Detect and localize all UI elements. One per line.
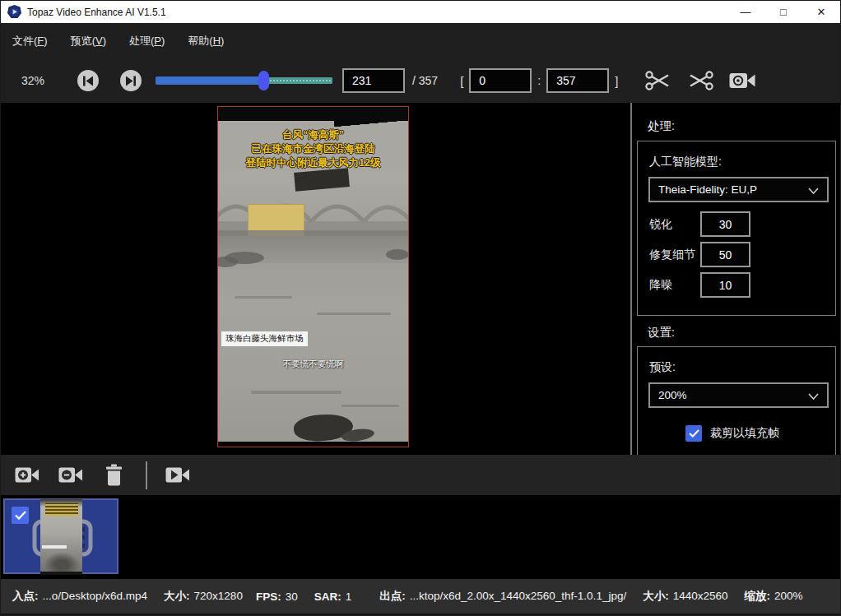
video-frame: 台风“海高斯” 已在珠海市金湾区沿海登陆 登陆时中心附近最大风力12级 珠海白藤…	[218, 107, 408, 447]
thumbnail-bottom-bar	[40, 572, 82, 575]
timeline-slider[interactable]	[156, 71, 332, 90]
video-thumbnail-tile[interactable]	[3, 498, 118, 574]
menu-preview-mnemonic: V	[95, 35, 103, 47]
video-top-bar	[218, 107, 408, 121]
video-overlay-title-line2: 已在珠海市金湾区沿海登陆	[218, 142, 408, 156]
status-output-size: 大小:1440x2560	[643, 589, 727, 604]
skip-to-start-button[interactable]	[77, 70, 99, 91]
camera-plus-icon	[15, 466, 39, 484]
app-logo-icon	[7, 5, 21, 19]
status-scale-value: 200%	[774, 590, 803, 602]
trim-start-input[interactable]	[469, 68, 532, 93]
sharpen-row: 锐化	[638, 211, 835, 237]
crop-to-fill-label: 裁剪以填充帧	[710, 426, 779, 441]
video-water-streak	[251, 391, 342, 394]
maximize-button[interactable]: □	[764, 1, 802, 23]
video-water-streak	[342, 405, 399, 407]
camera-eye-icon	[729, 72, 756, 90]
status-scale: 缩放:200%	[745, 589, 803, 604]
video-car-shape	[386, 249, 408, 260]
zoom-level: 32%	[21, 74, 54, 87]
status-sar-value: 1	[346, 591, 352, 603]
menu-preview[interactable]: 预览(V)	[71, 34, 106, 49]
status-output-size-value: 1440x2560	[673, 590, 728, 602]
status-out-point-label: 出点:	[379, 590, 406, 602]
restore-detail-row: 修复细节	[638, 242, 835, 267]
video-preview[interactable]: 台风“海高斯” 已在珠海市金湾区沿海登陆 登陆时中心附近最大风力12级 珠海白藤…	[217, 106, 409, 447]
clip-toolbar	[1, 455, 840, 495]
status-sar-label: SAR:	[314, 591, 342, 603]
video-car-shape	[218, 257, 238, 267]
menu-file[interactable]: 文件(F)	[12, 34, 48, 49]
status-output-size-label: 大小:	[643, 590, 669, 602]
remove-video-button[interactable]	[58, 466, 83, 484]
preset-value: 200%	[658, 389, 687, 401]
menu-file-text: 文件(	[12, 35, 37, 47]
status-in-point-value: ...o/Desktop/x6d.mp4	[43, 590, 148, 602]
status-fps-label: FPS:	[256, 591, 281, 603]
ai-model-dropdown[interactable]: Theia-Fidelity: EU,P	[648, 177, 829, 202]
window-title: Topaz Video Enhance AI V1.5.1	[27, 7, 166, 18]
thumbnail-label-text	[42, 545, 67, 549]
chevron-down-icon	[808, 393, 819, 400]
process-groupbox: 人工智能模型: Theia-Fidelity: EU,P 锐化 修复细节 降噪	[637, 141, 836, 316]
restore-detail-label: 修复细节	[649, 248, 700, 262]
toolbar-divider	[146, 461, 147, 489]
camera-minus-icon	[58, 466, 83, 484]
trim-in-button[interactable]	[645, 70, 671, 91]
trash-icon	[105, 464, 123, 486]
video-water-streak	[235, 296, 292, 299]
slider-thumb[interactable]	[258, 71, 269, 90]
video-bottom-bar	[218, 442, 408, 447]
crop-to-fill-checkbox[interactable]	[685, 425, 702, 442]
minimize-button[interactable]: —	[727, 1, 764, 23]
status-out-point-value: ...ktop/x6d_2.00x_1440x2560_thf-1.0.1_jp…	[410, 590, 626, 602]
thumbnail-debris	[44, 552, 80, 573]
menu-help-mnemonic: H	[213, 35, 221, 47]
status-out-point: 出点:...ktop/x6d_2.00x_1440x2560_thf-1.0.1…	[379, 589, 626, 604]
skip-to-end-icon	[125, 76, 137, 86]
menu-help[interactable]: 帮助(H)	[188, 34, 224, 49]
menu-process[interactable]: 处理(P)	[129, 34, 165, 49]
slider-track-dots	[263, 80, 331, 81]
preset-dropdown[interactable]: 200%	[648, 382, 829, 408]
slider-fill	[156, 76, 268, 85]
menu-preview-text: 预览(	[71, 35, 95, 47]
sharpen-label: 锐化	[649, 217, 700, 232]
video-water-streak	[317, 313, 391, 315]
add-video-button[interactable]	[15, 466, 39, 484]
trim-bracket-close: ]	[615, 74, 618, 88]
thumbnail-checkbox[interactable]	[12, 507, 29, 524]
sharpen-input[interactable]	[700, 211, 750, 237]
menu-help-text: 帮助(	[188, 35, 212, 47]
crop-to-fill-row: 裁剪以填充帧	[685, 425, 835, 442]
video-subtitle: 不要慌不要慌啊	[218, 359, 408, 370]
status-input-size-label: 大小:	[164, 590, 190, 602]
video-overlay-title-line1: 台风“海高斯”	[218, 128, 408, 142]
window-controls: — □ ✕	[727, 1, 840, 23]
process-video-button[interactable]	[165, 466, 190, 484]
delete-button[interactable]	[105, 464, 123, 486]
main-area: 台风“海高斯” 已在珠海市金湾区沿海登陆 登陆时中心附近最大风力12级 珠海白藤…	[1, 103, 840, 455]
menu-process-close: )	[161, 35, 165, 47]
preset-label: 预设:	[649, 360, 835, 375]
preview-button[interactable]	[729, 72, 756, 90]
status-bar: 入点:...o/Desktop/x6d.mp4 大小:720x1280 FPS:…	[1, 579, 840, 616]
trim-out-button[interactable]	[688, 70, 713, 91]
trim-end-input[interactable]	[546, 68, 609, 93]
video-overlay-title-line3: 登陆时中心附近最大风力12级	[218, 156, 408, 170]
thumbnail-strip	[1, 495, 840, 579]
status-fps: FPS:30	[256, 591, 298, 603]
skip-to-end-button[interactable]	[120, 70, 142, 91]
restore-detail-input[interactable]	[700, 242, 750, 267]
chevron-down-icon	[808, 188, 819, 194]
scissors-right-icon	[645, 70, 671, 91]
settings-panel: 处理: 人工智能模型: Theia-Fidelity: EU,P 锐化 修复细节	[632, 103, 841, 455]
denoise-row: 降噪	[638, 272, 835, 298]
thumbnail-image	[40, 499, 82, 575]
denoise-input[interactable]	[700, 272, 750, 298]
close-button[interactable]: ✕	[802, 1, 840, 23]
video-bridge-shape	[218, 183, 408, 236]
current-frame-input[interactable]	[342, 68, 405, 93]
camera-play-icon	[165, 466, 190, 484]
